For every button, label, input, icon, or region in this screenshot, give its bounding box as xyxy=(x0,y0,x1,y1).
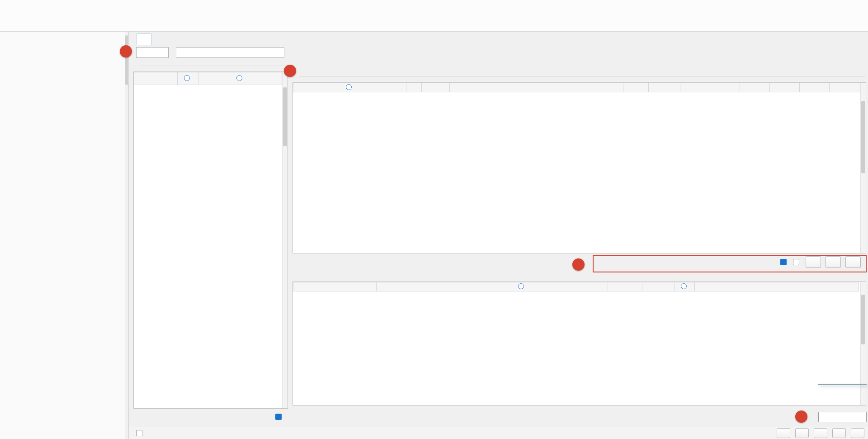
assortment-caption xyxy=(292,71,866,82)
sort-asc-icon xyxy=(346,84,352,90)
scrollbar-thumb[interactable] xyxy=(861,101,865,173)
col-header-name[interactable] xyxy=(198,72,282,85)
document-tabbar xyxy=(129,32,868,45)
groups-footer-toolbar xyxy=(133,409,288,425)
col-header-matrices[interactable] xyxy=(695,282,859,291)
matrix-header-row xyxy=(293,83,859,92)
matrix-table-wrap xyxy=(292,82,866,253)
edit-form-icon[interactable] xyxy=(834,32,845,43)
cancel-button[interactable] xyxy=(814,428,827,438)
assortment-tabs xyxy=(292,60,866,71)
annotation-circle-4 xyxy=(795,410,807,423)
sku-table-wrap xyxy=(292,282,866,406)
footer-buttons xyxy=(777,428,864,438)
caption-divider xyxy=(299,76,865,77)
col-header-pack-qty[interactable] xyxy=(642,282,675,291)
sort-asc-icon xyxy=(184,75,190,81)
active-checkbox[interactable] xyxy=(780,259,787,265)
sort-asc-icon xyxy=(236,75,242,81)
save-button[interactable] xyxy=(795,428,809,438)
matrix-scrollbar[interactable] xyxy=(860,83,866,253)
sort-asc-icon xyxy=(518,283,524,289)
annotation-circle-3 xyxy=(572,258,585,271)
doc-tab-assortment-matrices[interactable] xyxy=(136,33,152,45)
maximize-icon[interactable] xyxy=(851,32,863,43)
matrix-table xyxy=(293,83,859,92)
col-header-naimenovanie[interactable] xyxy=(436,282,608,291)
col-header-goods-count[interactable] xyxy=(649,83,680,92)
sidebar xyxy=(0,32,129,439)
ok-button[interactable] xyxy=(832,428,846,438)
assortment-panel xyxy=(292,60,866,425)
col-header-1[interactable] xyxy=(680,83,710,92)
scrollbar-thumb[interactable] xyxy=(283,87,287,146)
add-button[interactable] xyxy=(806,256,821,268)
matrix-mode-select[interactable] xyxy=(818,412,867,422)
col-header-barcode[interactable] xyxy=(293,282,377,291)
store-input[interactable] xyxy=(176,47,284,58)
panels xyxy=(129,60,868,427)
col-header-2[interactable] xyxy=(710,83,740,92)
caption-divider xyxy=(140,66,287,66)
col-header-unit[interactable] xyxy=(608,282,642,291)
close-button[interactable] xyxy=(851,428,864,438)
col-header-5[interactable] xyxy=(800,83,830,92)
sidebar-scrollbar[interactable] xyxy=(125,32,128,439)
col-header-code[interactable] xyxy=(377,282,436,291)
active-f5-checkbox[interactable] xyxy=(275,414,282,420)
delete-button[interactable] xyxy=(845,256,861,268)
col-header-6[interactable] xyxy=(830,83,859,92)
form-correction-checkbox[interactable] xyxy=(136,430,142,436)
scrollbar-thumb[interactable] xyxy=(125,35,128,85)
matrix-toolbar-controls xyxy=(780,256,863,268)
sort-asc-icon xyxy=(681,283,687,289)
groups-scrollbar[interactable] xyxy=(282,72,288,408)
sku-tabs xyxy=(292,271,866,282)
col-header-order[interactable] xyxy=(178,72,198,85)
col-header-inactive[interactable] xyxy=(406,83,422,92)
col-header-included-groups[interactable] xyxy=(450,83,623,92)
groups-tree-table xyxy=(134,72,282,85)
date-input[interactable] xyxy=(136,47,169,58)
col-header-review-date[interactable] xyxy=(422,83,450,92)
footer-bar xyxy=(129,427,868,439)
sku-header-row xyxy=(293,282,859,291)
col-header-level[interactable] xyxy=(675,282,695,291)
col-header-nazvanie[interactable] xyxy=(293,83,406,92)
groups-header-row xyxy=(134,72,282,85)
sku-table xyxy=(293,282,859,291)
dropdown-popup xyxy=(818,384,867,385)
review-needed-checkbox[interactable] xyxy=(793,259,799,265)
workspace xyxy=(129,32,868,439)
scrollbar-thumb[interactable] xyxy=(861,295,865,344)
col-header-matrix-depth[interactable] xyxy=(623,83,649,92)
refresh-button[interactable] xyxy=(777,428,790,438)
sku-toolbar xyxy=(292,406,866,422)
annotation-circle-1 xyxy=(120,45,132,57)
edit-button[interactable] xyxy=(826,256,841,268)
col-header-4[interactable] xyxy=(770,83,800,92)
groups-caption xyxy=(133,60,288,72)
app-toolbar xyxy=(0,0,868,32)
sku-scrollbar[interactable] xyxy=(860,282,866,405)
groups-tree-wrap xyxy=(133,72,288,409)
filter-row xyxy=(129,45,868,60)
annotation-circle-2 xyxy=(284,65,296,77)
groups-panel xyxy=(133,60,288,425)
col-header-tree[interactable] xyxy=(134,72,178,85)
col-header-3[interactable] xyxy=(740,83,770,92)
